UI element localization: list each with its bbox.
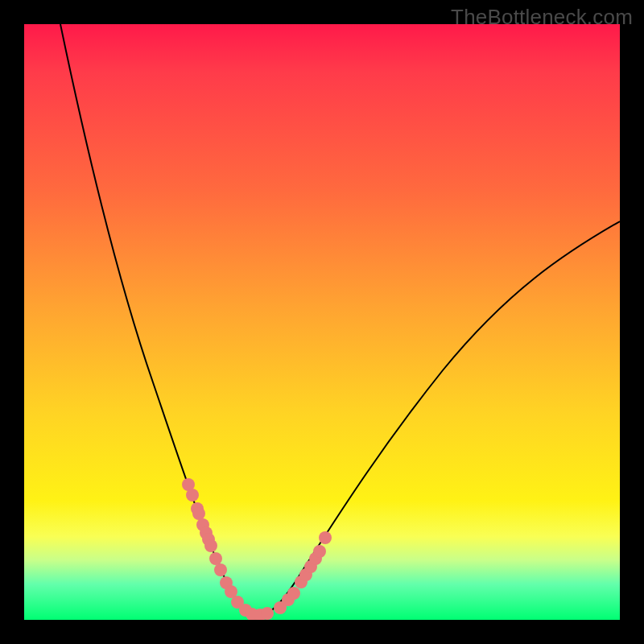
- data-dot: [261, 607, 274, 620]
- data-dot: [192, 507, 205, 520]
- watermark-text: TheBottleneck.com: [451, 5, 633, 30]
- data-dot: [287, 587, 300, 600]
- data-dot: [204, 539, 217, 552]
- data-dot: [214, 564, 227, 576]
- data-dot: [319, 531, 332, 544]
- data-dot: [186, 489, 199, 502]
- chart-plot-area: [24, 24, 620, 620]
- data-dot: [209, 552, 222, 565]
- data-dot: [313, 545, 326, 558]
- bottleneck-curve: [60, 24, 620, 616]
- curve-svg: [24, 24, 620, 620]
